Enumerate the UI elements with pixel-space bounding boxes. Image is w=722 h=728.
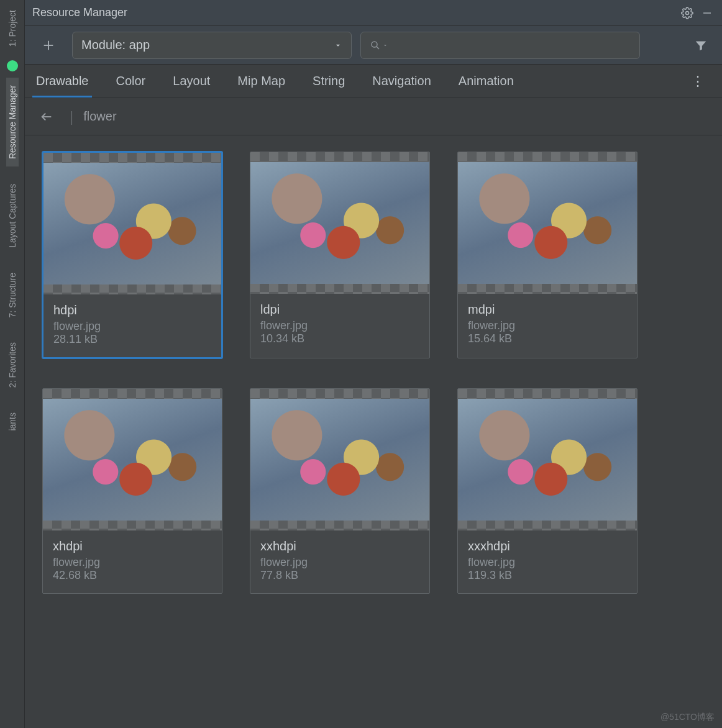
card-size: 119.3 kB xyxy=(468,569,627,582)
toolbar: Module: app xyxy=(25,26,722,65)
rail-label: 2: Favorites xyxy=(7,342,17,388)
search-icon xyxy=(370,40,381,51)
card-file: flower.jpg xyxy=(260,556,419,569)
rail-item-project[interactable]: 1: Project xyxy=(6,2,19,54)
thumbnail xyxy=(43,153,221,294)
resource-card[interactable]: ldpi flower.jpg 10.34 kB xyxy=(250,152,430,358)
thumbnail xyxy=(458,152,637,294)
card-name: ldpi xyxy=(260,303,419,317)
rail-label: Layout Captures xyxy=(7,184,17,248)
card-file: flower.jpg xyxy=(260,319,419,332)
rail-item-resource-manager[interactable]: Resource Manager xyxy=(6,78,19,166)
search-input[interactable] xyxy=(360,32,640,59)
thumbnail xyxy=(458,389,637,530)
back-arrow-icon[interactable] xyxy=(34,107,60,126)
resource-card[interactable]: xhdpi flower.jpg 42.68 kB xyxy=(42,388,222,594)
gear-icon[interactable] xyxy=(680,6,695,20)
card-name: xxhdpi xyxy=(260,539,419,553)
more-icon[interactable]: ⋮ xyxy=(685,73,711,89)
breadcrumb: | flower xyxy=(25,98,722,135)
rail-label: 1: Project xyxy=(7,10,17,47)
filter-icon[interactable] xyxy=(688,33,713,58)
tab-animation[interactable]: Animation xyxy=(459,66,514,96)
module-select-label: Module: app xyxy=(81,38,150,52)
titlebar: Resource Manager xyxy=(25,0,722,26)
rail-label: 7: Structure xyxy=(7,273,17,317)
rail-item-favorites[interactable]: 2: Favorites xyxy=(6,335,19,395)
left-tool-rail: 1: Project Resource Manager Layout Captu… xyxy=(0,0,25,728)
rail-label: iants xyxy=(7,412,17,431)
tab-drawable[interactable]: Drawable xyxy=(36,66,88,96)
resource-card[interactable]: mdpi flower.jpg 15.64 kB xyxy=(457,152,637,358)
minimize-icon[interactable] xyxy=(700,6,715,20)
breadcrumb-separator: | xyxy=(70,108,73,125)
card-size: 15.64 kB xyxy=(468,332,627,345)
card-size: 77.8 kB xyxy=(260,569,419,582)
module-select[interactable]: Module: app xyxy=(72,32,352,59)
card-file: flower.jpg xyxy=(468,556,627,569)
thumbnail xyxy=(43,389,222,530)
tab-mipmap[interactable]: Mip Map xyxy=(237,66,285,96)
card-name: xxxhdpi xyxy=(468,539,627,553)
svg-line-5 xyxy=(377,46,379,48)
add-button[interactable] xyxy=(34,30,63,60)
android-icon xyxy=(7,60,18,71)
card-name: xhdpi xyxy=(53,539,212,553)
main-panel: Resource Manager Module: app xyxy=(25,0,722,728)
card-file: flower.jpg xyxy=(53,556,212,569)
thumbnail xyxy=(250,152,429,294)
card-name: mdpi xyxy=(468,303,627,317)
chevron-down-icon xyxy=(334,41,342,50)
card-file: flower.jpg xyxy=(53,320,211,333)
tab-color[interactable]: Color xyxy=(116,66,145,96)
svg-point-4 xyxy=(372,42,377,47)
tab-navigation[interactable]: Navigation xyxy=(372,66,431,96)
resource-card[interactable]: xxhdpi flower.jpg 77.8 kB xyxy=(250,388,430,594)
card-file: flower.jpg xyxy=(468,319,627,332)
resource-card[interactable]: hdpi flower.jpg 28.11 kB xyxy=(42,152,222,358)
rail-item-build-variants[interactable]: iants xyxy=(6,405,19,439)
rail-item-layout-captures[interactable]: Layout Captures xyxy=(6,176,19,255)
tab-string[interactable]: String xyxy=(313,66,345,96)
rail-label: Resource Manager xyxy=(7,85,17,159)
resource-grid: hdpi flower.jpg 28.11 kB ldpi flower.jpg… xyxy=(25,135,722,610)
rail-item-structure[interactable]: 7: Structure xyxy=(6,265,19,325)
thumbnail xyxy=(250,389,429,530)
caret-down-icon xyxy=(382,42,388,48)
tab-layout[interactable]: Layout xyxy=(173,66,210,96)
card-size: 42.68 kB xyxy=(53,569,212,582)
breadcrumb-name: flower xyxy=(83,109,116,124)
tabs: Drawable Color Layout Mip Map String Nav… xyxy=(25,65,722,98)
svg-point-0 xyxy=(686,11,689,14)
panel-title: Resource Manager xyxy=(32,6,675,19)
watermark: @51CTO博客 xyxy=(660,712,715,723)
card-size: 10.34 kB xyxy=(260,332,419,345)
card-name: hdpi xyxy=(53,303,211,317)
resource-card[interactable]: xxxhdpi flower.jpg 119.3 kB xyxy=(457,388,637,594)
card-size: 28.11 kB xyxy=(53,333,211,346)
